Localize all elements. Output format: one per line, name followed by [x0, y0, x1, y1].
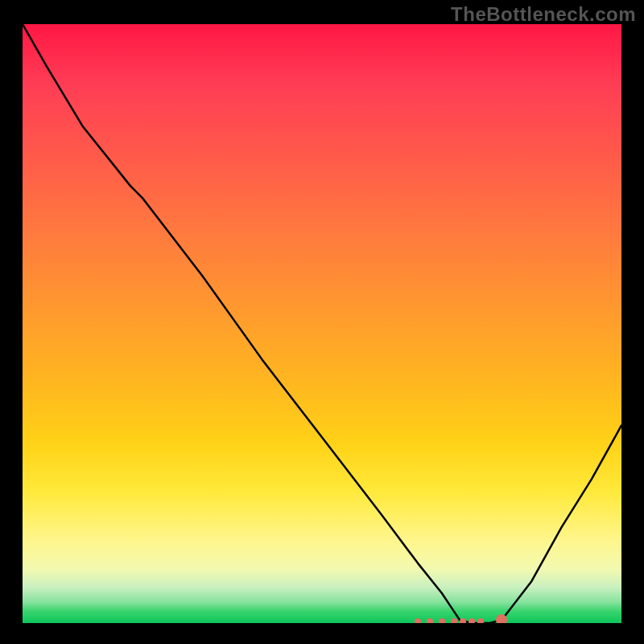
- watermark-label: TheBottleneck.com: [451, 3, 636, 26]
- data-marker: [496, 614, 507, 623]
- data-marker: [460, 618, 466, 623]
- plot-area: [23, 24, 621, 623]
- data-marker: [439, 618, 445, 623]
- data-marker: [415, 618, 421, 623]
- data-marker: [427, 618, 433, 623]
- chart-stage: TheBottleneck.com: [0, 0, 644, 644]
- data-marker: [469, 618, 475, 623]
- data-marker: [451, 618, 457, 623]
- data-marker: [477, 618, 484, 623]
- bottleneck-curve: [23, 24, 621, 623]
